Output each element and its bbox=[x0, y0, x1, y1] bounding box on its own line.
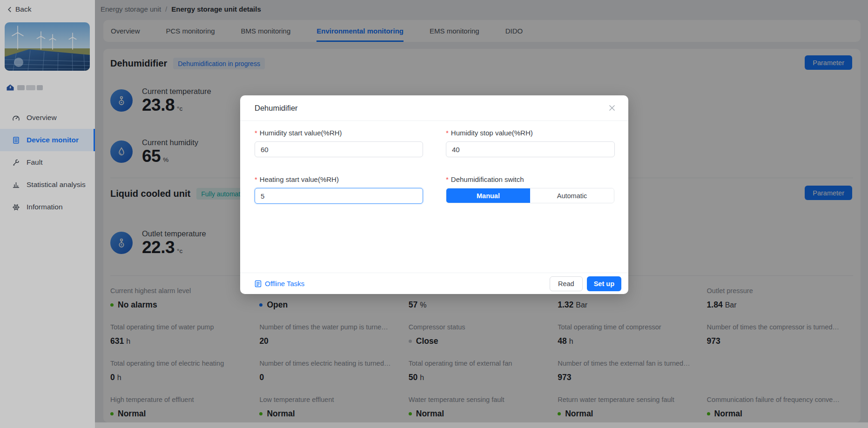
field-label: Humidity start value(%RH) bbox=[260, 129, 342, 137]
close-icon bbox=[609, 105, 615, 111]
dehumidification-switch-field: *Dehumidification switch ManualAutomatic bbox=[446, 174, 615, 204]
humidity-start-field: *Humidity start value(%RH) bbox=[255, 128, 423, 157]
switch-option-automatic[interactable]: Automatic bbox=[530, 188, 614, 203]
required-asterisk: * bbox=[255, 175, 257, 183]
switch-option-manual[interactable]: Manual bbox=[446, 188, 530, 203]
humidity-start-input[interactable] bbox=[255, 141, 423, 157]
dehumidification-switch: ManualAutomatic bbox=[446, 188, 614, 203]
modal-mask-sidebar bbox=[0, 0, 95, 428]
field-label: Dehumidification switch bbox=[451, 175, 524, 183]
dehumidifier-dialog: Dehumidifier *Humidity start value(%RH) … bbox=[240, 95, 628, 294]
field-label: Heating start value(%RH) bbox=[260, 175, 339, 183]
horizontal-scrollbar[interactable] bbox=[95, 422, 868, 428]
required-asterisk: * bbox=[255, 129, 257, 137]
doc-icon bbox=[255, 280, 262, 288]
dialog-header: Dehumidifier bbox=[240, 95, 628, 121]
close-button[interactable] bbox=[606, 101, 619, 114]
dialog-body: *Humidity start value(%RH) *Humidity sto… bbox=[240, 121, 628, 204]
dialog-footer: Offline Tasks Read Set up bbox=[240, 273, 628, 294]
dialog-title: Dehumidifier bbox=[255, 104, 298, 113]
offline-tasks-label: Offline Tasks bbox=[265, 280, 304, 288]
heating-start-input[interactable] bbox=[255, 188, 423, 204]
required-asterisk: * bbox=[446, 175, 449, 183]
read-button[interactable]: Read bbox=[550, 276, 583, 291]
field-label: Humidity stop value(%RH) bbox=[451, 129, 533, 137]
humidity-stop-field: *Humidity stop value(%RH) bbox=[446, 128, 615, 157]
offline-tasks-link[interactable]: Offline Tasks bbox=[255, 280, 304, 288]
heating-start-field: *Heating start value(%RH) bbox=[255, 174, 423, 204]
humidity-stop-input[interactable] bbox=[446, 141, 615, 157]
set-up-button[interactable]: Set up bbox=[587, 276, 621, 291]
required-asterisk: * bbox=[446, 129, 449, 137]
